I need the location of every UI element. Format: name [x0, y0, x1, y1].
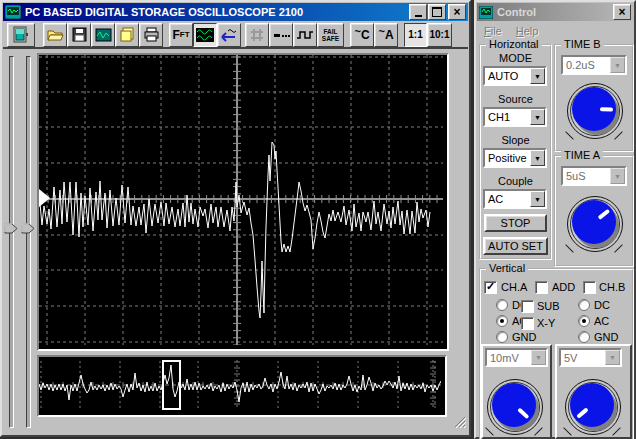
stop-button[interactable]: STOP — [484, 214, 547, 232]
channel-b-position-slider[interactable] — [21, 52, 36, 432]
calibrate-a-button[interactable]: ~A — [374, 23, 398, 47]
capture-screen-button[interactable] — [91, 23, 115, 47]
knob-tick-left — [563, 427, 571, 435]
ch-a-ac-radio[interactable] — [496, 315, 508, 327]
close-icon: × — [618, 7, 625, 17]
chevron-down-icon: ▼ — [535, 354, 542, 361]
ch-a-checkbox[interactable] — [484, 281, 497, 294]
print-button[interactable] — [139, 23, 163, 47]
probe-10-1-label: 10:1 — [429, 29, 449, 40]
slope-dropdown-button[interactable]: ▼ — [530, 150, 545, 166]
menu-bar: File Help — [477, 22, 633, 39]
add-checkbox-label[interactable]: ADD — [552, 281, 575, 293]
xy-checkbox[interactable] — [521, 317, 534, 330]
ch-b-dc-label[interactable]: DC — [594, 299, 610, 311]
sub-checkbox[interactable] — [521, 300, 534, 313]
knob-tick-right — [614, 131, 622, 139]
notes-icon — [119, 27, 135, 42]
close-button[interactable]: × — [448, 4, 466, 20]
waveform-display-button[interactable] — [193, 23, 217, 47]
auto-set-button[interactable]: AUTO SET — [483, 237, 548, 255]
mode-dropdown-button[interactable]: ▼ — [530, 68, 545, 84]
channel-a-position-slider[interactable] — [4, 52, 19, 432]
copy-notes-button[interactable] — [115, 23, 139, 47]
mode-select[interactable]: AUTO ▼ — [483, 66, 547, 86]
open-button[interactable] — [43, 23, 67, 47]
control-close-button[interactable]: × — [613, 4, 631, 20]
preview-grid-trace — [39, 357, 441, 411]
add-checkbox[interactable] — [535, 281, 548, 294]
fail-safe-button[interactable]: FAILSAFE — [317, 23, 344, 47]
mode-label: MODE — [481, 52, 550, 64]
source-select[interactable]: CH1 ▼ — [483, 107, 547, 127]
maximize-button[interactable] — [428, 4, 446, 20]
couple-value: AC — [485, 193, 530, 205]
chevron-down-icon: ▼ — [534, 73, 541, 80]
grid-icon — [249, 27, 265, 43]
ch-b-range-value: 5V — [561, 352, 605, 364]
ch-b-gnd-label[interactable]: GND — [594, 331, 618, 343]
ch-b-gain-knob[interactable] — [565, 379, 623, 437]
ch-a-range-select: 10mV ▼ — [485, 348, 548, 367]
slider-thumb[interactable] — [21, 220, 35, 238]
slope-label: Slope — [481, 134, 550, 146]
couple-select[interactable]: AC ▼ — [483, 189, 547, 209]
exit-button[interactable] — [7, 23, 35, 47]
slider-track — [26, 56, 31, 428]
ch-a-gnd-label[interactable]: GND — [512, 331, 536, 343]
mode-value: AUTO — [485, 70, 530, 82]
slider-thumb[interactable] — [4, 220, 18, 238]
slope-select[interactable]: Positive ▼ — [483, 148, 547, 168]
ch-b-gnd-radio[interactable] — [578, 331, 590, 343]
chevron-down-icon: ▼ — [534, 114, 541, 121]
dual-wave-icon — [196, 28, 214, 42]
undo-sweep-button[interactable] — [217, 23, 241, 47]
couple-dropdown-button[interactable]: ▼ — [530, 191, 545, 207]
control-title-bar[interactable]: Control × — [477, 3, 633, 21]
cal-a-tilde: ~ — [378, 25, 384, 37]
time-b-knob[interactable] — [567, 83, 625, 141]
calibrate-c-button[interactable]: ~C — [350, 23, 374, 47]
vertical-group-label: Vertical — [486, 262, 528, 274]
trigger-marker[interactable] — [39, 189, 50, 207]
slope-value: Positive — [485, 152, 530, 164]
menu-help[interactable]: Help — [516, 25, 539, 37]
control-window: Control × File Help Horizontal MODE AUTO… — [474, 0, 636, 439]
ch-b-checkbox-label[interactable]: CH.B — [599, 281, 625, 293]
save-button[interactable] — [67, 23, 91, 47]
resize-grip[interactable] — [452, 414, 466, 432]
minimize-button[interactable] — [409, 4, 427, 20]
probe-1-1-button[interactable]: 1:1 — [404, 23, 427, 47]
ch-b-checkbox[interactable] — [583, 281, 596, 294]
dashed-line-button[interactable] — [269, 23, 293, 47]
ch-a-range-dropdown-button: ▼ — [531, 350, 546, 365]
source-dropdown-button[interactable]: ▼ — [530, 109, 545, 125]
ch-b-ac-label[interactable]: AC — [594, 315, 609, 327]
ch-b-ac-radio[interactable] — [578, 315, 590, 327]
knob-tick-right — [614, 244, 622, 252]
knob-pointer — [571, 86, 617, 132]
probe-10-1-button[interactable]: 10:1 — [427, 23, 452, 47]
probe-1-1-label: 1:1 — [408, 29, 422, 40]
sub-checkbox-label[interactable]: SUB — [537, 300, 560, 312]
stop-label: STOP — [501, 217, 531, 229]
fft-button[interactable]: FFT — [169, 23, 193, 47]
ch-a-dc-radio[interactable] — [496, 299, 508, 311]
ch-b-dc-radio[interactable] — [578, 299, 590, 311]
save-floppy-icon — [72, 27, 87, 42]
square-wave-button[interactable] — [293, 23, 317, 47]
fft-label: F — [172, 28, 179, 42]
menu-file[interactable]: File — [484, 25, 502, 37]
ch-a-gain-knob[interactable] — [487, 379, 545, 437]
main-title-bar[interactable]: PC BASED DIGITAL STORAGE OSCILLOSCOPE 21… — [3, 3, 468, 21]
vertical-group: Vertical CH.A ADD CH.B DC AC GND SUB X-Y… — [479, 268, 634, 439]
grid-toggle-button[interactable] — [245, 23, 269, 47]
xy-checkbox-label[interactable]: X-Y — [537, 317, 555, 329]
square-wave-icon — [296, 28, 314, 42]
time-a-knob[interactable] — [567, 196, 625, 254]
ch-a-gnd-radio[interactable] — [496, 331, 508, 343]
ch-a-checkbox-label[interactable]: CH.A — [501, 281, 527, 293]
time-b-value: 0.2uS — [563, 59, 610, 71]
fft-sub-label: FT — [180, 30, 190, 39]
time-a-select: 5uS ▼ — [561, 166, 627, 186]
